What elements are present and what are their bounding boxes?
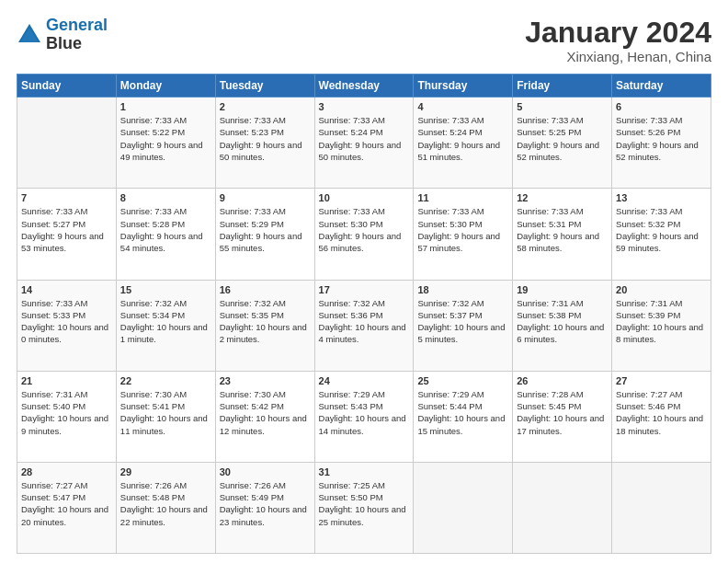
day-number: 4 [417,101,508,112]
col-monday: Monday [116,75,215,98]
day-info: Sunrise: 7:33 AMSunset: 5:30 PMDaylight:… [417,205,508,254]
day-number: 14 [21,284,112,295]
day-info: Sunrise: 7:25 AMSunset: 5:50 PMDaylight:… [319,479,410,528]
day-number: 16 [220,284,311,295]
day-info: Sunrise: 7:33 AMSunset: 5:29 PMDaylight:… [220,205,311,254]
day-number: 24 [319,375,410,386]
day-info: Sunrise: 7:33 AMSunset: 5:27 PMDaylight:… [21,205,112,254]
table-row: 21Sunrise: 7:31 AMSunset: 5:40 PMDayligh… [17,371,117,462]
logo-line2: Blue [46,35,108,53]
day-info: Sunrise: 7:28 AMSunset: 5:45 PMDaylight:… [517,388,608,437]
day-number: 27 [616,375,707,386]
day-number: 28 [21,466,112,477]
day-number: 13 [616,192,707,203]
day-number: 5 [517,101,608,112]
day-number: 11 [417,192,508,203]
day-number: 8 [120,192,211,203]
table-row: 3Sunrise: 7:33 AMSunset: 5:24 PMDaylight… [314,98,414,189]
table-row: 20Sunrise: 7:31 AMSunset: 5:39 PMDayligh… [612,280,711,371]
table-row: 7Sunrise: 7:33 AMSunset: 5:27 PMDaylight… [17,189,117,280]
header-row: Sunday Monday Tuesday Wednesday Thursday… [17,75,711,98]
day-number: 19 [517,284,608,295]
table-row: 28Sunrise: 7:27 AMSunset: 5:47 PMDayligh… [17,462,117,553]
table-row: 4Sunrise: 7:33 AMSunset: 5:24 PMDaylight… [414,98,513,189]
day-number: 29 [120,466,211,477]
day-number: 17 [319,284,410,295]
col-friday: Friday [513,75,612,98]
day-number: 25 [417,375,508,386]
day-info: Sunrise: 7:30 AMSunset: 5:41 PMDaylight:… [120,388,211,437]
day-info: Sunrise: 7:27 AMSunset: 5:47 PMDaylight:… [21,479,112,528]
table-row: 16Sunrise: 7:32 AMSunset: 5:35 PMDayligh… [215,280,314,371]
day-info: Sunrise: 7:31 AMSunset: 5:39 PMDaylight:… [616,297,707,346]
table-row: 23Sunrise: 7:30 AMSunset: 5:42 PMDayligh… [215,371,314,462]
table-row: 31Sunrise: 7:25 AMSunset: 5:50 PMDayligh… [314,462,414,553]
table-row: 13Sunrise: 7:33 AMSunset: 5:32 PMDayligh… [612,189,711,280]
day-info: Sunrise: 7:33 AMSunset: 5:26 PMDaylight:… [616,114,707,163]
page: General Blue January 2024 Xinxiang, Hena… [0,0,728,563]
day-number: 30 [220,466,311,477]
day-info: Sunrise: 7:33 AMSunset: 5:24 PMDaylight:… [417,114,508,163]
day-number: 6 [616,101,707,112]
day-info: Sunrise: 7:27 AMSunset: 5:46 PMDaylight:… [616,388,707,437]
day-info: Sunrise: 7:32 AMSunset: 5:34 PMDaylight:… [120,297,211,346]
table-row: 5Sunrise: 7:33 AMSunset: 5:25 PMDaylight… [513,98,612,189]
table-row: 17Sunrise: 7:32 AMSunset: 5:36 PMDayligh… [314,280,414,371]
col-sunday: Sunday [17,75,117,98]
table-row: 24Sunrise: 7:29 AMSunset: 5:43 PMDayligh… [314,371,414,462]
day-info: Sunrise: 7:32 AMSunset: 5:36 PMDaylight:… [319,297,410,346]
day-info: Sunrise: 7:26 AMSunset: 5:48 PMDaylight:… [120,479,211,528]
calendar-week-5: 28Sunrise: 7:27 AMSunset: 5:47 PMDayligh… [17,462,711,553]
table-row: 18Sunrise: 7:32 AMSunset: 5:37 PMDayligh… [414,280,513,371]
col-thursday: Thursday [414,75,513,98]
day-number: 21 [21,375,112,386]
table-row [612,462,711,553]
table-row: 30Sunrise: 7:26 AMSunset: 5:49 PMDayligh… [215,462,314,553]
table-row: 26Sunrise: 7:28 AMSunset: 5:45 PMDayligh… [513,371,612,462]
calendar-week-1: 1Sunrise: 7:33 AMSunset: 5:22 PMDaylight… [17,98,711,189]
table-row: 1Sunrise: 7:33 AMSunset: 5:22 PMDaylight… [116,98,215,189]
logo-icon [17,22,42,48]
col-saturday: Saturday [612,75,711,98]
day-number: 15 [120,284,211,295]
day-info: Sunrise: 7:31 AMSunset: 5:38 PMDaylight:… [517,297,608,346]
day-info: Sunrise: 7:30 AMSunset: 5:42 PMDaylight:… [220,388,311,437]
day-info: Sunrise: 7:32 AMSunset: 5:37 PMDaylight:… [417,297,508,346]
location-subtitle: Xinxiang, Henan, China [525,49,711,64]
day-number: 3 [319,101,410,112]
day-info: Sunrise: 7:29 AMSunset: 5:43 PMDaylight:… [319,388,410,437]
calendar-week-3: 14Sunrise: 7:33 AMSunset: 5:33 PMDayligh… [17,280,711,371]
header: General Blue January 2024 Xinxiang, Hena… [17,17,711,64]
day-info: Sunrise: 7:31 AMSunset: 5:40 PMDaylight:… [21,388,112,437]
day-info: Sunrise: 7:33 AMSunset: 5:24 PMDaylight:… [319,114,410,163]
title-block: January 2024 Xinxiang, Henan, China [525,17,711,64]
table-row [414,462,513,553]
calendar-week-4: 21Sunrise: 7:31 AMSunset: 5:40 PMDayligh… [17,371,711,462]
table-row: 11Sunrise: 7:33 AMSunset: 5:30 PMDayligh… [414,189,513,280]
table-row: 10Sunrise: 7:33 AMSunset: 5:30 PMDayligh… [314,189,414,280]
table-row: 6Sunrise: 7:33 AMSunset: 5:26 PMDaylight… [612,98,711,189]
day-info: Sunrise: 7:33 AMSunset: 5:30 PMDaylight:… [319,205,410,254]
table-row: 25Sunrise: 7:29 AMSunset: 5:44 PMDayligh… [414,371,513,462]
day-info: Sunrise: 7:33 AMSunset: 5:25 PMDaylight:… [517,114,608,163]
day-number: 12 [517,192,608,203]
day-info: Sunrise: 7:33 AMSunset: 5:28 PMDaylight:… [120,205,211,254]
day-info: Sunrise: 7:26 AMSunset: 5:49 PMDaylight:… [220,479,311,528]
day-info: Sunrise: 7:33 AMSunset: 5:22 PMDaylight:… [120,114,211,163]
day-info: Sunrise: 7:33 AMSunset: 5:32 PMDaylight:… [616,205,707,254]
col-tuesday: Tuesday [215,75,314,98]
calendar-week-2: 7Sunrise: 7:33 AMSunset: 5:27 PMDaylight… [17,189,711,280]
day-info: Sunrise: 7:29 AMSunset: 5:44 PMDaylight:… [417,388,508,437]
day-info: Sunrise: 7:33 AMSunset: 5:31 PMDaylight:… [517,205,608,254]
table-row [17,98,117,189]
day-number: 2 [220,101,311,112]
table-row: 14Sunrise: 7:33 AMSunset: 5:33 PMDayligh… [17,280,117,371]
day-number: 22 [120,375,211,386]
day-info: Sunrise: 7:33 AMSunset: 5:33 PMDaylight:… [21,297,112,346]
table-row: 12Sunrise: 7:33 AMSunset: 5:31 PMDayligh… [513,189,612,280]
col-wednesday: Wednesday [314,75,414,98]
table-row: 29Sunrise: 7:26 AMSunset: 5:48 PMDayligh… [116,462,215,553]
logo: General Blue [17,17,108,53]
day-number: 18 [417,284,508,295]
table-row: 22Sunrise: 7:30 AMSunset: 5:41 PMDayligh… [116,371,215,462]
